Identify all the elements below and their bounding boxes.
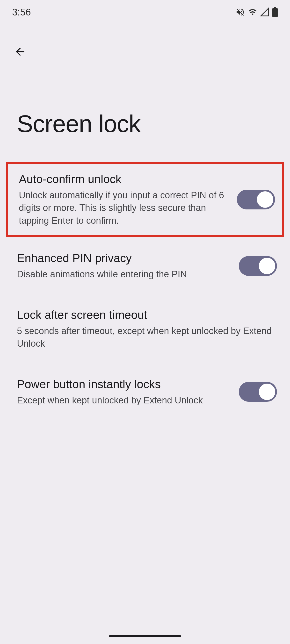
switch-power-button-locks[interactable] <box>239 382 277 402</box>
back-button[interactable] <box>12 44 29 60</box>
setting-title: Lock after screen timeout <box>17 308 277 322</box>
cell-signal-icon <box>260 8 269 17</box>
home-indicator[interactable] <box>109 635 181 637</box>
switch-auto-confirm-unlock[interactable] <box>237 190 275 210</box>
setting-title: Enhanced PIN privacy <box>17 251 231 266</box>
arrow-left-icon <box>14 46 26 59</box>
switch-thumb <box>259 258 275 274</box>
setting-text: Auto-confirm unlock Unlock automatically… <box>19 172 230 227</box>
setting-title: Power button instantly locks <box>17 377 231 392</box>
page-title: Screen lock <box>17 110 140 138</box>
status-time: 3:56 <box>12 7 31 18</box>
setting-auto-confirm-unlock[interactable]: Auto-confirm unlock Unlock automatically… <box>6 162 284 237</box>
setting-text: Power button instantly locks Except when… <box>17 377 231 406</box>
switch-thumb <box>259 384 275 400</box>
wifi-icon <box>248 8 257 17</box>
setting-text: Enhanced PIN privacy Disable animations … <box>17 251 231 280</box>
setting-description: Disable animations while entering the PI… <box>17 268 231 280</box>
status-bar: 3:56 <box>0 0 290 24</box>
setting-title: Auto-confirm unlock <box>19 172 230 186</box>
setting-power-button-locks[interactable]: Power button instantly locks Except when… <box>6 369 284 415</box>
setting-enhanced-pin-privacy[interactable]: Enhanced PIN privacy Disable animations … <box>6 243 284 289</box>
status-icons <box>235 7 278 17</box>
switch-thumb <box>257 191 273 208</box>
setting-lock-after-timeout[interactable]: Lock after screen timeout 5 seconds afte… <box>6 300 284 358</box>
setting-description: Unlock automatically if you input a corr… <box>19 189 230 227</box>
setting-description: Except when kept unlocked by Extend Unlo… <box>17 394 231 406</box>
setting-text: Lock after screen timeout 5 seconds afte… <box>17 308 277 350</box>
mute-icon <box>235 7 245 17</box>
battery-icon <box>272 7 278 17</box>
switch-enhanced-pin-privacy[interactable] <box>239 256 277 276</box>
setting-description: 5 seconds after timeout, except when kep… <box>17 325 277 350</box>
settings-list: Auto-confirm unlock Unlock automatically… <box>6 162 284 415</box>
